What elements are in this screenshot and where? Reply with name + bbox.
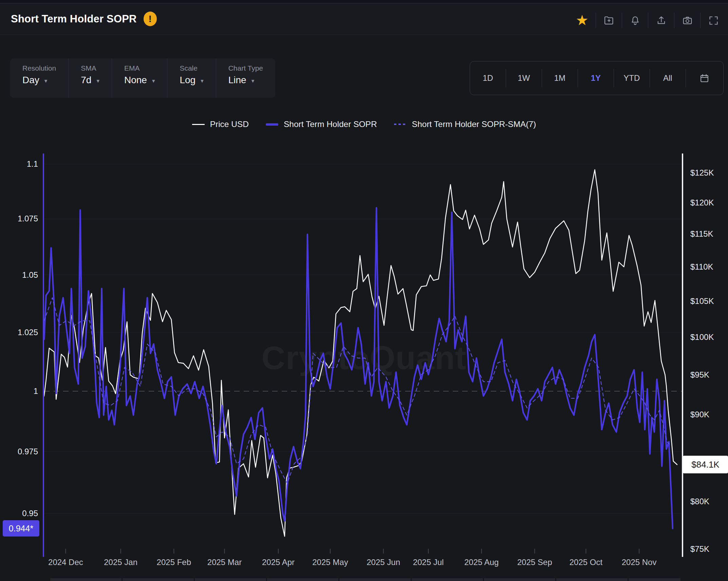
cryptoquant-chart-page: Short Term Holder SOPR ! ★: [0, 0, 728, 581]
sopr-current-value-badge: 0.944*: [3, 520, 39, 537]
chart-plot[interactable]: [0, 0, 728, 581]
timeline-scrollbar[interactable]: [50, 578, 680, 581]
price-current-value-badge: $84.1K: [683, 456, 728, 473]
